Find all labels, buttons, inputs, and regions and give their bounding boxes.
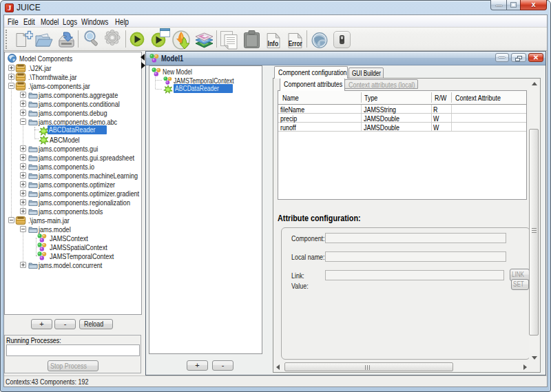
svg-text:Error: Error — [289, 40, 302, 48]
svg-text:Info: Info — [268, 40, 279, 48]
